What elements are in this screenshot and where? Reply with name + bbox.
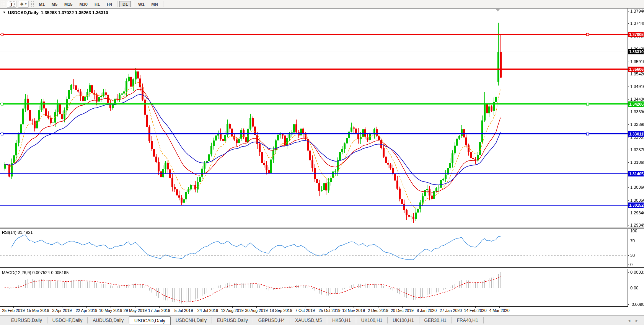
price-axis-tickmark bbox=[628, 200, 629, 201]
resistance-line-upper-handle[interactable] bbox=[1, 33, 3, 36]
price-label-1.33011: 1.33011 bbox=[628, 131, 644, 137]
price-label-1.34206: 1.34206 bbox=[628, 101, 644, 107]
timeframe-button-H4[interactable]: H4 bbox=[104, 1, 115, 7]
panel-divider[interactable] bbox=[0, 267, 644, 269]
date-axis-label: 5 Jul 2019 bbox=[174, 308, 193, 313]
timeframe-button-D1[interactable]: D1 bbox=[119, 1, 131, 7]
green-level-line-handle[interactable] bbox=[1, 103, 3, 105]
timeframe-button-MN[interactable]: MN bbox=[148, 1, 161, 7]
tab-scroll-right-icon[interactable]: ► bbox=[635, 318, 639, 323]
price-axis-tickmark bbox=[628, 99, 629, 100]
macd-axis-tickmark bbox=[628, 288, 629, 288]
chart-tab-usdchfdaily[interactable]: USDCHF,Daily bbox=[47, 317, 88, 323]
blue-level-line-3[interactable] bbox=[0, 205, 628, 206]
chart-tab-audusddaily[interactable]: AUDUSD,Daily bbox=[88, 317, 129, 323]
mt4-window: T ❖ ▾ M1M5M15M30H1H4D1W1MN ▼ USDCAD,Dail… bbox=[0, 0, 644, 325]
toolbar-grip[interactable] bbox=[31, 1, 34, 7]
rsi-canvas[interactable] bbox=[0, 229, 628, 267]
date-axis-label: 30 Aug 2019 bbox=[245, 308, 268, 313]
chevron-down-icon: ▾ bbox=[25, 2, 27, 6]
blue-level-line-2[interactable] bbox=[0, 173, 628, 174]
rsi-axis-tick-label: 70 bbox=[630, 238, 635, 243]
chart-title: ▼ USDCAD,Daily 1.35268 1.37022 1.35263 1… bbox=[3, 10, 108, 15]
chart-tab-eurusddaily[interactable]: EURUSD,Daily bbox=[212, 317, 253, 323]
price-axis-tick-label: 1.31865 bbox=[630, 160, 644, 165]
price-axis-tickmark bbox=[628, 162, 629, 163]
blue-level-line-1-handle[interactable] bbox=[1, 132, 3, 135]
date-axis-label: 12 Aug 2019 bbox=[221, 308, 244, 313]
macd-canvas[interactable] bbox=[0, 269, 628, 306]
chart-tab-ger30h1[interactable]: GER30,H1 bbox=[419, 317, 452, 323]
toolbar-grip[interactable] bbox=[2, 1, 4, 7]
chart-tab-uk100h1[interactable]: UK100,H1 bbox=[356, 317, 388, 323]
date-axis-label: 8 Jan 2020 bbox=[417, 308, 437, 313]
price-axis-tickmark bbox=[628, 124, 629, 125]
date-axis-label: 20 Dec 2019 bbox=[391, 308, 414, 313]
chart-tab-gbpusdh4[interactable]: GBPUSD,H4 bbox=[253, 317, 290, 323]
chart-tab-hk50h1[interactable]: HK50,H1 bbox=[327, 317, 356, 323]
price-axis-tick-label: 1.34400 bbox=[630, 97, 644, 101]
time-axis-border bbox=[0, 306, 628, 307]
resistance-line-lower[interactable] bbox=[0, 69, 628, 70]
chart-shift-marker-icon bbox=[496, 9, 500, 11]
macd-panel bbox=[0, 269, 644, 306]
resistance-line-upper[interactable] bbox=[0, 34, 628, 35]
rsi-label: RSI(14) 81.4921 bbox=[2, 230, 33, 235]
rsi-axis-tickmark bbox=[628, 255, 629, 256]
timeframe-toolbar: M1M5M15M30H1H4D1W1MN bbox=[36, 0, 165, 8]
tab-scroll-left-icon[interactable]: ◄ bbox=[627, 318, 631, 323]
main-chart-canvas[interactable] bbox=[0, 8, 628, 227]
text-label-tool-button[interactable]: T bbox=[7, 1, 16, 8]
toolbar-separator bbox=[133, 1, 133, 7]
date-axis-label: 2 Dec 2019 bbox=[368, 308, 388, 313]
blue-level-line-1[interactable] bbox=[0, 133, 628, 134]
price-axis-tickmark bbox=[628, 74, 629, 74]
chart-tab-xauusdm5[interactable]: XAUUSD,M5 bbox=[290, 317, 327, 323]
date-axis-label: 14 Feb 2020 bbox=[464, 308, 487, 313]
macd-axis-tick-label: 0.00 bbox=[630, 286, 638, 290]
price-axis-tickmark bbox=[628, 87, 629, 87]
blue-level-line-1-handle[interactable] bbox=[586, 132, 589, 135]
date-axis-label: 3 Apr 2019 bbox=[52, 308, 72, 313]
rsi-axis-tickmark bbox=[628, 241, 629, 241]
symbol-dropdown-icon[interactable]: ▼ bbox=[3, 11, 6, 14]
arrows-object-icon: ❖ bbox=[20, 2, 24, 7]
chart-tab-fra40h1[interactable]: FRA40,H1 bbox=[452, 317, 484, 323]
price-axis-tickmark bbox=[628, 112, 629, 112]
tab-scroll-arrows: ◄► bbox=[627, 316, 644, 325]
price-label-1.30152: 1.30152 bbox=[628, 203, 644, 208]
macd-label: MACD(12,26,9) 0.007524 0.005165 bbox=[2, 270, 68, 275]
rsi-axis-tick-label: 30 bbox=[630, 253, 635, 258]
timeframe-button-W1[interactable]: W1 bbox=[135, 1, 148, 7]
timeframe-button-M1[interactable]: M1 bbox=[36, 1, 48, 7]
date-axis-label: 29 May 2019 bbox=[124, 308, 147, 313]
timeframe-button-M30[interactable]: M30 bbox=[76, 1, 90, 7]
panel-divider[interactable] bbox=[0, 227, 644, 229]
price-axis-tickmark bbox=[628, 150, 629, 150]
rsi-axis-tickmark bbox=[628, 265, 629, 265]
chart-tab-eurusddaily[interactable]: EURUSD,Daily bbox=[6, 317, 47, 323]
price-axis-tickmark bbox=[628, 213, 629, 213]
arrow-objects-button[interactable]: ❖ ▾ bbox=[18, 1, 29, 8]
resistance-line-upper-handle[interactable] bbox=[586, 33, 589, 36]
date-axis-label: 7 Oct 2019 bbox=[295, 308, 315, 313]
date-axis-label: 25 Oct 2019 bbox=[318, 308, 340, 313]
macd-axis-tick-label: -0.009071 bbox=[630, 302, 644, 307]
price-axis-tick-label: 1.34910 bbox=[630, 84, 644, 89]
timeframe-button-H1[interactable]: H1 bbox=[91, 1, 103, 7]
chart-symbol-label: USDCAD,Daily bbox=[8, 10, 39, 15]
chart-tab-usdcnhdaily[interactable]: USDCNH,Daily bbox=[171, 317, 212, 323]
green-level-line-handle[interactable] bbox=[586, 103, 589, 105]
price-axis-tick-label: 1.32375 bbox=[630, 147, 644, 152]
chart-tab-uk100h1[interactable]: UK100,H1 bbox=[388, 317, 419, 323]
timeframe-button-M15[interactable]: M15 bbox=[61, 1, 75, 7]
chart-tab-usdcaddaily[interactable]: USDCAD,Daily bbox=[129, 316, 171, 325]
price-axis-tickmark bbox=[628, 187, 629, 188]
timeframe-button-M5[interactable]: M5 bbox=[49, 1, 60, 7]
macd-axis-tickmark bbox=[628, 304, 629, 305]
rsi-axis-tick-label: 100 bbox=[630, 229, 637, 233]
price-axis-tick-label: 1.35915 bbox=[630, 59, 644, 64]
toolbar-separator bbox=[117, 1, 117, 7]
price-label-1.31405: 1.31405 bbox=[628, 171, 644, 176]
green-level-line[interactable] bbox=[0, 103, 628, 105]
